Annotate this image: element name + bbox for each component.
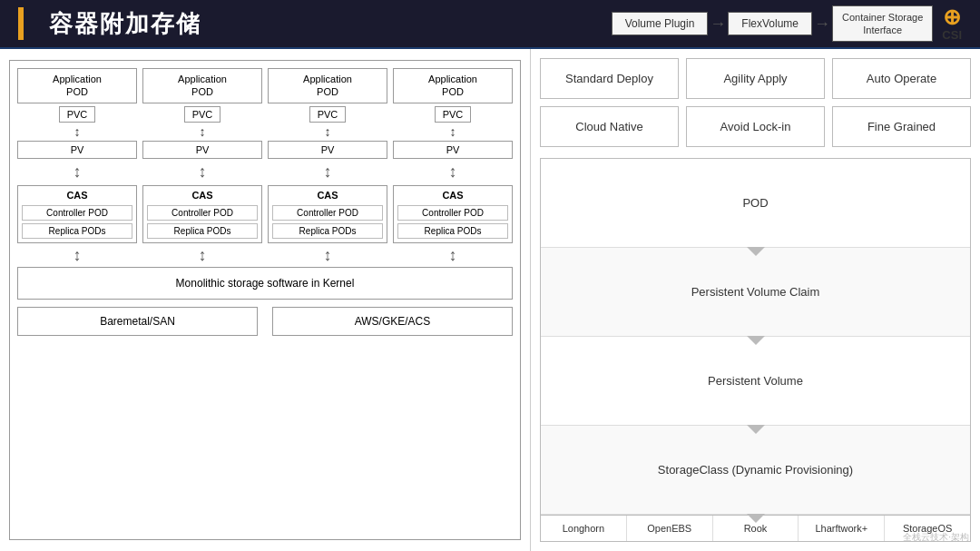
- bottom-arrows: ↕ ↕ ↕ ↕: [17, 246, 513, 265]
- pipeline-step3: Container Storage Interface: [832, 5, 933, 43]
- left-outer-box: ApplicationPOD PVC ↕ PV ApplicationPOD P…: [9, 60, 521, 540]
- arrow-4: ↕: [450, 125, 456, 138]
- logo-longhorn: Longhorn: [541, 516, 627, 541]
- mid-arrow-3: ↕: [268, 162, 387, 182]
- chevron-1: [747, 247, 765, 256]
- header: 容器附加存储 Volume Plugin → FlexVolume → Cont…: [0, 0, 980, 47]
- baremetal-box: Baremetal/SAN: [17, 307, 258, 336]
- app-pods-row: ApplicationPOD PVC ↕ PV ApplicationPOD P…: [17, 68, 513, 159]
- feature-cloud-native: Cloud Native: [540, 106, 679, 147]
- main-content: ApplicationPOD PVC ↕ PV ApplicationPOD P…: [0, 47, 980, 551]
- arrow-3: ↕: [325, 125, 331, 138]
- pv-1: PV: [17, 141, 137, 159]
- cas-col-2: CAS Controller POD Replica PODs: [142, 185, 262, 243]
- arrow-2: ↕: [200, 125, 206, 138]
- diagram-pv: Persistent Volume: [541, 337, 970, 426]
- cas-title-2: CAS: [147, 190, 258, 201]
- feature-fine-grained: Fine Grained: [832, 106, 971, 147]
- right-diagram: POD Persistent Volume Claim Persistent V…: [540, 158, 971, 542]
- pv-4: PV: [393, 141, 513, 159]
- bottom-arrow-1: ↕: [17, 246, 137, 265]
- page-title: 容器附加存储: [49, 8, 201, 40]
- app-pod-col-2: ApplicationPOD PVC ↕ PV: [142, 68, 262, 159]
- arrow-icon-2: →: [814, 15, 830, 34]
- controller-pod-3: Controller POD: [272, 205, 383, 221]
- diagram-pod: POD: [541, 159, 970, 248]
- mid-arrows: ↕ ↕ ↕ ↕: [17, 162, 513, 182]
- mid-arrow-4: ↕: [393, 162, 513, 182]
- mid-arrow-2: ↕: [142, 162, 262, 182]
- bottom-arrow-3: ↕: [268, 246, 387, 265]
- app-pod-1: ApplicationPOD: [17, 68, 137, 103]
- pv-3: PV: [268, 141, 387, 159]
- cas-title-1: CAS: [22, 190, 132, 201]
- bottom-arrow-2: ↕: [142, 246, 262, 265]
- replica-pods-2: Replica PODs: [147, 223, 258, 239]
- right-panel: Standard Deploy Agility Apply Auto Opera…: [531, 49, 980, 551]
- feature-avoid-lockin: Avoid Lock-in: [686, 106, 825, 147]
- cas-col-3: CAS Controller POD Replica PODs: [268, 185, 387, 243]
- left-panel: ApplicationPOD PVC ↕ PV ApplicationPOD P…: [0, 49, 531, 551]
- replica-pods-1: Replica PODs: [22, 223, 132, 239]
- app-pod-col-3: ApplicationPOD PVC ↕ PV: [268, 68, 387, 159]
- feature-grid: Standard Deploy Agility Apply Auto Opera…: [540, 58, 971, 147]
- cas-col-4: CAS Controller POD Replica PODs: [393, 185, 513, 243]
- app-pod-4: ApplicationPOD: [393, 68, 513, 103]
- aws-box: AWS/GKE/ACS: [272, 307, 513, 336]
- csi-logo: ⊕ CSI: [942, 6, 962, 42]
- controller-pod-2: Controller POD: [147, 205, 258, 221]
- pv-2: PV: [142, 141, 262, 159]
- logo-openebs: OpenEBS: [627, 516, 713, 541]
- chevron-4: [747, 514, 765, 523]
- pvc-3: PVC: [309, 106, 347, 123]
- watermark: 全栈云技术·架构: [903, 531, 969, 544]
- chevron-3: [747, 425, 765, 434]
- diagram-storageclass: StorageClass (Dynamic Provisioning): [541, 426, 970, 515]
- replica-pods-4: Replica PODs: [397, 223, 508, 239]
- cas-title-3: CAS: [272, 190, 383, 201]
- pipeline: Volume Plugin → FlexVolume → Container S…: [612, 5, 962, 43]
- pvc-2: PVC: [184, 106, 221, 123]
- pvc-1: PVC: [59, 106, 96, 123]
- feature-standard-deploy: Standard Deploy: [540, 58, 679, 99]
- feature-auto-operate: Auto Operate: [832, 58, 971, 99]
- app-pod-3: ApplicationPOD: [268, 68, 387, 103]
- pipeline-step1: Volume Plugin: [612, 12, 709, 35]
- logo-lharftwork: Lharftwork+: [799, 516, 885, 541]
- mid-arrow-1: ↕: [17, 162, 137, 182]
- feature-agility-apply: Agility Apply: [686, 58, 825, 99]
- cas-row: CAS Controller POD Replica PODs CAS Cont…: [17, 185, 513, 243]
- app-pod-2: ApplicationPOD: [142, 68, 262, 103]
- bottom-arrow-4: ↕: [393, 246, 513, 265]
- pvc-4: PVC: [435, 106, 472, 123]
- cas-col-1: CAS Controller POD Replica PODs: [17, 185, 137, 243]
- app-pod-col-4: ApplicationPOD PVC ↕ PV: [393, 68, 513, 159]
- storage-options-row: Baremetal/SAN AWS/GKE/ACS: [17, 307, 513, 336]
- csi-icon: ⊕: [943, 6, 961, 28]
- monolithic-box: Monolithic storage software in Kernel: [17, 267, 513, 300]
- accent-bar: [18, 7, 24, 40]
- csi-label: CSI: [942, 28, 962, 42]
- chevron-2: [747, 336, 765, 345]
- pipeline-step2: FlexVolume: [728, 12, 812, 35]
- replica-pods-3: Replica PODs: [272, 223, 383, 239]
- arrow-icon-1: →: [710, 15, 726, 34]
- arrow-1: ↕: [74, 125, 81, 138]
- diagram-pvc: Persistent Volume Claim: [541, 248, 970, 337]
- cas-title-4: CAS: [397, 190, 508, 201]
- controller-pod-4: Controller POD: [397, 205, 508, 221]
- controller-pod-1: Controller POD: [22, 205, 132, 221]
- app-pod-col-1: ApplicationPOD PVC ↕ PV: [17, 68, 137, 159]
